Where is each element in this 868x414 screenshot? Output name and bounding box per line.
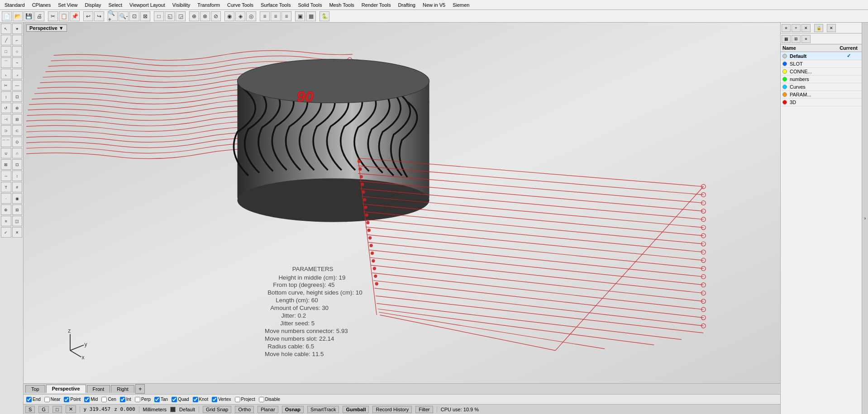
lt-btn-⊂[interactable]: ⊂ [12,125,23,136]
filter-button[interactable]: Filter [415,406,433,413]
osnap-checkbox-disable[interactable] [259,397,264,402]
viewport-tab-perspective[interactable]: Perspective [46,385,86,393]
smarttrack-button[interactable]: SmartTrack [307,406,339,413]
perspective-label-button[interactable]: Perspective ▼ [26,24,67,32]
menu-item-siemen[interactable]: Siemen [449,1,473,9]
osnap-checkbox-knot[interactable] [193,397,198,402]
lt-btn-○[interactable]: ○ [12,46,23,57]
grid-snap-label[interactable]: Grid Snap [203,406,232,413]
toolbar-btn-1[interactable]: 📂 [13,11,23,21]
toolbar-btn-19[interactable]: ◲ [176,11,186,21]
add-viewport-tab[interactable]: + [135,384,145,394]
menu-item-solid-tools[interactable]: Solid Tools [294,1,325,9]
menu-item-visibility[interactable]: Visibility [169,1,194,9]
menu-item-viewport-layout[interactable]: Viewport Layout [126,1,169,9]
lt-btn-↕[interactable]: ↕ [12,171,23,181]
lt-btn-✕[interactable]: ✕ [12,227,23,238]
layer-row-curves[interactable]: Curves [781,83,862,91]
toolbar-btn-27[interactable]: ◎ [246,11,256,21]
osnap-checkbox-cen[interactable] [101,397,107,402]
del-layer-btn[interactable]: ✕ [801,24,811,32]
menu-item-standard[interactable]: Standard [1,1,29,9]
toolbar-btn-3[interactable]: 🖨 [34,11,44,21]
menu-item-display[interactable]: Display [81,1,105,9]
status-close-button[interactable]: ✕ [66,405,76,413]
record-history-label[interactable]: Record History [372,406,412,413]
osnap-checkbox-int[interactable] [120,397,125,402]
lt-btn-~[interactable]: ~ [12,57,23,68]
lt-btn-⊕[interactable]: ⊕ [12,103,23,113]
right-panel-collapse[interactable]: › [862,23,868,414]
menu-item-set-view[interactable]: Set View [54,1,81,9]
layer-row-default[interactable]: Default✓ [781,52,862,60]
filter3-btn[interactable]: ≡ [801,35,811,43]
ortho-button[interactable]: Ortho [235,406,254,413]
osnap-checkbox-point[interactable] [64,397,69,402]
layer-row-slot[interactable]: SLOT [781,60,862,68]
layers-icon-btn[interactable]: ≡ [782,24,791,32]
toolbar-btn-13[interactable]: 🔍- [119,11,129,21]
osnap-checkbox-vertex[interactable] [212,397,217,402]
viewport-tab-right[interactable]: Right [111,385,134,393]
lt-btn-∪[interactable]: ∪ [1,148,11,158]
layer-row-3d[interactable]: 3D [781,99,862,106]
toolbar-btn-25[interactable]: ◉ [224,11,234,21]
osnap-checkbox-perp[interactable] [135,397,140,402]
lt-btn-◫[interactable]: ◫ [12,216,23,226]
smarttrack-label[interactable]: SmartTrack [307,406,339,413]
filter-label[interactable]: Filter [415,406,433,413]
lt-btn-⊕[interactable]: ⊕ [1,205,11,215]
toolbar-btn-30[interactable]: ≡ [271,11,281,21]
status-s-button[interactable]: S [25,406,35,413]
menu-item-drafting[interactable]: Drafting [394,1,419,9]
toolbar-btn-33[interactable]: ▣ [295,11,305,21]
g-label[interactable]: G [38,406,49,413]
toolbar-btn-29[interactable]: ≡ [260,11,270,21]
toolbar-btn-9[interactable]: ↩ [83,11,93,21]
lt-btn-╱[interactable]: ╱ [1,35,11,45]
toolbar-btn-31[interactable]: ≡ [281,11,291,21]
gumball-label[interactable]: Gumball [343,406,369,413]
lt-btn-↔[interactable]: ↔ [1,171,11,181]
toolbar-btn-10[interactable]: ↪ [94,11,104,21]
menu-item-render-tools[interactable]: Render Tools [358,1,395,9]
lt-btn-⌞[interactable]: ⌞ [1,69,11,79]
layer-row-conne---[interactable]: CONNE... [781,68,862,76]
toolbar-btn-34[interactable]: ▦ [306,11,316,21]
viewport-tab-top[interactable]: Top [25,385,45,393]
lt-btn-⌒⌒[interactable]: ⌒⌒ [1,137,11,147]
record-history-button[interactable]: Record History [372,406,412,413]
lt-btn-✦[interactable]: ✦ [12,24,23,34]
toolbar-btn-23[interactable]: ⊘ [211,11,221,21]
filter2-btn[interactable]: ⊞ [792,35,801,43]
toolbar-btn-7[interactable]: 📌 [70,11,80,21]
lt-btn-✂[interactable]: ✂ [1,80,11,90]
lt-btn-◉[interactable]: ◉ [12,193,23,204]
toolbar-btn-14[interactable]: ⊡ [129,11,139,21]
ortho-label[interactable]: Ortho [235,406,254,413]
menu-item-surface-tools[interactable]: Surface Tools [257,1,294,9]
lt-btn-T[interactable]: T [1,182,11,192]
lt-btn-≡[interactable]: ≡ [1,216,11,226]
toolbar-btn-26[interactable]: ◈ [235,11,245,21]
lt-btn-∩[interactable]: ∩ [12,148,23,158]
3d-viewport[interactable]: 90 [24,23,780,383]
lt-btn-·[interactable]: · [1,193,11,204]
osnap-checkbox-tan[interactable] [154,397,160,402]
lt-btn-⊡[interactable]: ⊡ [12,91,23,102]
toolbar-btn-21[interactable]: ⊕ [189,11,199,21]
osnap-checkbox-mid[interactable] [84,397,90,402]
s-label[interactable]: S [25,406,35,413]
osnap-button[interactable]: Osnap [282,406,304,413]
lt-btn-⊃[interactable]: ⊃ [1,125,11,136]
close-label[interactable]: ✕ [66,405,76,413]
lt-btn-⊣[interactable]: ⊣ [1,114,11,124]
menu-item-new-in-v5[interactable]: New in V5 [419,1,449,9]
filter-icon-btn[interactable]: ▦ [782,35,791,43]
lt-btn-□[interactable]: □ [1,46,11,57]
menu-item-transform[interactable]: Transform [194,1,224,9]
menu-item-cplanes[interactable]: CPlanes [29,1,55,9]
status-g-button[interactable]: G [38,406,49,413]
osnap-label[interactable]: Osnap [282,406,304,413]
status-rec-button[interactable]: □ [52,406,62,413]
